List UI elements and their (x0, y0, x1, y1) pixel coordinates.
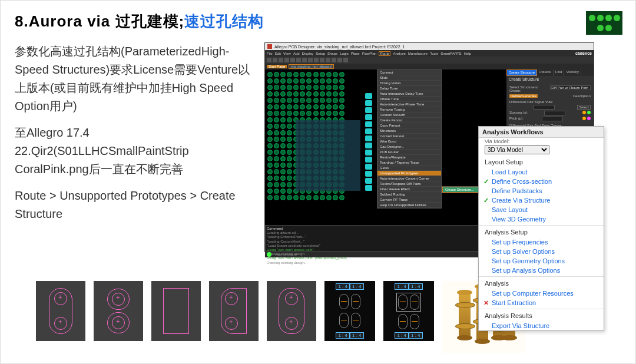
setup-frequencies-item[interactable]: Set up Frequencies (479, 237, 604, 247)
description-text: 参数化高速过孔结构(ParameterizedHigh-Speed Struct… (15, 42, 256, 253)
cadence-logo: cādence (575, 51, 592, 55)
setup-analysis-options-item[interactable]: Set up Analysis Options (479, 266, 604, 275)
start-extraction-item[interactable]: Start Extraction (479, 298, 604, 307)
export-via-structure-item[interactable]: Export Via Structure (479, 321, 604, 330)
setup-geometry-options-item[interactable]: Set up Geometry Options (479, 256, 604, 266)
create-via-structure-item[interactable]: Create Via Structure (479, 196, 604, 205)
cad-thumb-1 (36, 281, 85, 341)
save-layout-item[interactable]: Save Layout (479, 205, 604, 214)
setup-solver-options-item[interactable]: Set up Solver Options (479, 247, 604, 256)
toolbar[interactable] (265, 57, 594, 64)
cad-thumb-3 (151, 281, 201, 341)
via-thumb-1: 1 : 41 : 4 1 : 41 : 4 (324, 281, 375, 341)
cad-thumb-4 (209, 281, 259, 341)
analysis-workflows-panel[interactable]: Analysis Workflows Via Model: 3D Via Mod… (478, 126, 604, 331)
load-layout-item[interactable]: Load Layout (479, 167, 604, 177)
window-titlebar: Allegro PCB Designer: via_stacking_not_a… (265, 43, 594, 50)
app-icon (267, 44, 272, 49)
route-menu-label: Route (379, 51, 390, 56)
view-3d-geometry-item[interactable]: View 3D Geometry (479, 214, 604, 224)
cyan-via-column (365, 93, 372, 191)
via-thumb-2: 1 : 41 : 4 1 : 41 : 4 (383, 281, 434, 341)
route-dropdown[interactable]: ConnectSlide Timing VisionDelay Tune Aut… (377, 70, 442, 209)
menubar[interactable]: FileEditView AddDisplaySetup ShapeLogicP… (265, 50, 594, 57)
define-cross-section-item[interactable]: Define Cross-section (479, 177, 604, 186)
thumbnail-row: 1 : 41 : 4 1 : 41 : 4 1 : 41 : 4 1 : 41 … (36, 281, 525, 353)
green-via-logo (586, 11, 622, 35)
workflow-header: Analysis Workflows (479, 127, 604, 138)
setup-computer-resources-item[interactable]: Set up Computer Resources (479, 289, 604, 298)
cad-thumb-5 (267, 281, 316, 341)
component-block (296, 120, 360, 191)
command-panel: Command Loading aitcore.cd... "loading E… (265, 225, 506, 252)
cad-thumb-2 (94, 281, 143, 341)
tab-strip[interactable]: Start Page via_stacking_not_allowed (265, 64, 594, 70)
canvas[interactable]: ConnectSlide Timing VisionDelay Tune Aut… (265, 70, 506, 225)
via-model-select[interactable]: 3D Via Model (485, 145, 549, 154)
page-title: 8.Aurora via 过孔建模;速过孔结构 (15, 11, 621, 32)
define-padstacks-item[interactable]: Define Padstacks (479, 186, 604, 196)
unsupported-prototypes-item: Unsupported Prototypes (377, 171, 441, 176)
